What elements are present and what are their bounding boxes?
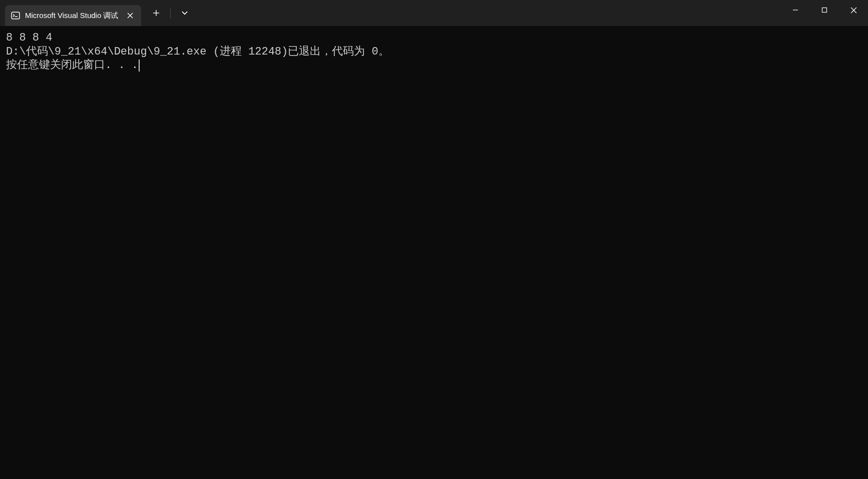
output-line: 8 8 8 4 xyxy=(6,32,52,44)
tab-close-button[interactable] xyxy=(125,11,135,21)
window-controls xyxy=(781,0,868,26)
divider xyxy=(170,8,171,19)
close-window-button[interactable] xyxy=(839,0,868,20)
terminal-icon xyxy=(11,11,20,20)
titlebar: Microsoft Visual Studio 调试 xyxy=(0,0,868,26)
terminal-output[interactable]: 8 8 8 4 D:\代码\9_21\x64\Debug\9_21.exe (进… xyxy=(0,26,868,479)
tab-active[interactable]: Microsoft Visual Studio 调试 xyxy=(5,5,141,26)
minimize-button[interactable] xyxy=(781,0,810,20)
tab-dropdown-button[interactable] xyxy=(176,4,194,22)
maximize-button[interactable] xyxy=(810,0,839,20)
new-tab-button[interactable] xyxy=(147,4,165,22)
tab-actions xyxy=(147,4,194,22)
text-cursor xyxy=(139,60,140,72)
output-line: D:\代码\9_21\x64\Debug\9_21.exe (进程 12248)… xyxy=(6,46,389,58)
output-line: 按任意键关闭此窗口. . . xyxy=(6,59,138,72)
tab-title: Microsoft Visual Studio 调试 xyxy=(25,11,118,21)
svg-rect-0 xyxy=(12,12,20,19)
svg-rect-7 xyxy=(822,8,827,13)
